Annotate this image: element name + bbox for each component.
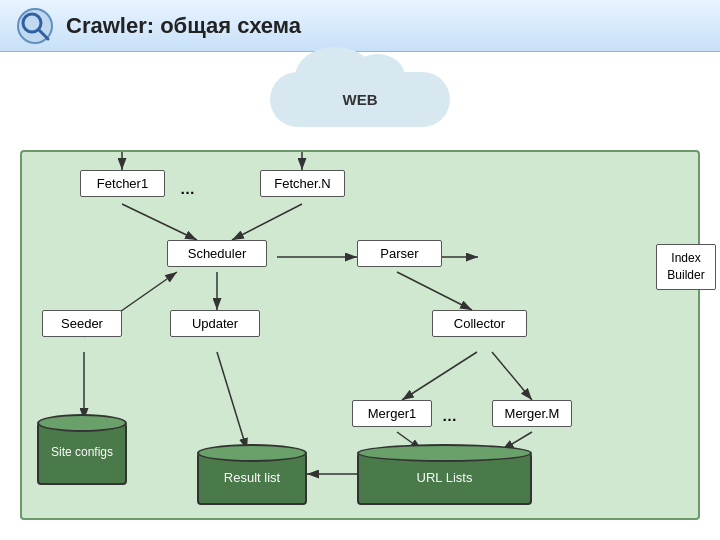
collector-box: Collector [432, 310, 527, 337]
web-cloud: WEB [270, 72, 450, 127]
logo-icon [16, 7, 54, 45]
ellipsis2: … [442, 407, 457, 424]
svg-line-6 [122, 204, 197, 240]
parser-box: Parser [357, 240, 442, 267]
mergerM-box: Merger.M [492, 400, 572, 427]
web-label: WEB [343, 91, 378, 108]
scheduler-box: Scheduler [167, 240, 267, 267]
svg-line-14 [217, 352, 247, 450]
cloud-container: WEB [20, 62, 700, 142]
seeder-box: Seeder [42, 310, 122, 337]
svg-line-7 [232, 204, 302, 240]
svg-line-16 [492, 352, 532, 400]
merger1-box: Merger1 [352, 400, 432, 427]
page-title: Crawler: общая схема [66, 13, 301, 39]
svg-line-15 [402, 352, 477, 400]
header: Crawler: общая схема [0, 0, 720, 52]
fetcher1-box: Fetcher1 [80, 170, 165, 197]
updater-box: Updater [170, 310, 260, 337]
svg-line-11 [397, 272, 472, 310]
index-builder-box: IndexBuilder [656, 244, 716, 290]
main-content: WEB [0, 52, 720, 540]
fetcherN-box: Fetcher.N [260, 170, 345, 197]
ellipsis1: … [180, 180, 195, 197]
diagram-area: Fetcher1 … Fetcher.N Scheduler Parser Se… [20, 150, 700, 520]
